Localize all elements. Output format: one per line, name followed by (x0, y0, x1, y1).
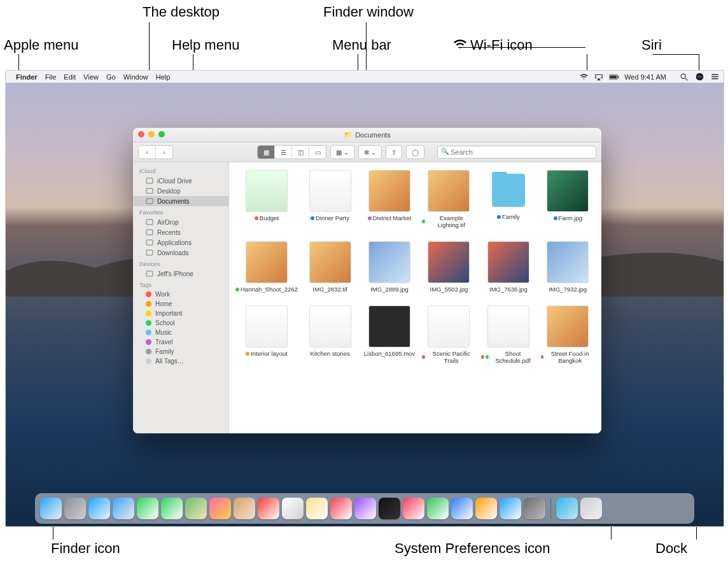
sidebar-item-family[interactable]: Family (133, 347, 228, 356)
dock-facetime-icon[interactable] (137, 498, 158, 519)
dock-music-icon[interactable] (330, 498, 352, 519)
file-item[interactable]: IMG_5502.jpg (422, 241, 476, 293)
menu-bar: Finder FileEditViewGoWindowHelp Wed 9:41… (6, 71, 724, 83)
dock-news-icon[interactable] (403, 498, 424, 519)
minimize-button[interactable] (148, 131, 155, 137)
menu-edit[interactable]: Edit (64, 73, 76, 81)
forward-button[interactable]: › (156, 146, 172, 158)
dock-app-store-icon[interactable] (500, 498, 521, 519)
zoom-button[interactable] (158, 131, 165, 137)
menu-file[interactable]: File (45, 73, 57, 81)
sidebar-item-icloud-drive[interactable]: iCloud Drive (133, 176, 228, 186)
dock-system-preferences-icon[interactable] (524, 498, 545, 519)
sidebar-item-jeff-s-iphone[interactable]: Jeff's iPhone (133, 269, 228, 279)
file-thumbnail (428, 170, 470, 212)
airplay-icon[interactable] (594, 73, 604, 81)
app-menu[interactable]: Finder (16, 73, 38, 81)
sidebar-item-important[interactable]: Important (133, 309, 228, 318)
spotlight-icon[interactable] (679, 73, 689, 81)
dock-launchpad-icon[interactable] (64, 498, 86, 519)
file-item[interactable]: Dinner Party (303, 170, 357, 228)
sidebar-item-recents[interactable]: Recents (133, 227, 228, 237)
sidebar-item-home[interactable]: Home (133, 299, 228, 309)
gallery-view-button[interactable]: ▭ (309, 146, 326, 158)
column-view-button[interactable]: ◫ (292, 146, 309, 158)
dock-pages-icon[interactable] (475, 498, 497, 519)
siri-icon[interactable] (694, 73, 704, 81)
file-item[interactable]: Scenic Pacific Trails (422, 305, 476, 364)
file-label-row: IMG_7635.jpg (489, 286, 528, 293)
search-field[interactable] (437, 146, 596, 158)
svg-point-3 (681, 74, 685, 78)
file-item[interactable]: IMG_2832.tif (303, 241, 357, 293)
file-item[interactable]: Example Lighting.tif (422, 170, 476, 228)
sidebar-item-all-tags-[interactable]: All Tags… (133, 356, 228, 366)
file-item[interactable]: Family (481, 170, 535, 228)
callout-desktop: The desktop (143, 4, 220, 20)
file-item[interactable]: IMG_2889.jpg (362, 241, 416, 293)
battery-icon[interactable] (609, 74, 619, 80)
file-item[interactable]: Shoot Schedule.pdf (481, 305, 535, 364)
file-item[interactable]: Farm.jpg (541, 170, 595, 228)
dock-safari-icon[interactable] (88, 498, 110, 519)
dock-reminders-icon[interactable] (282, 498, 304, 519)
file-item[interactable]: IMG_7932.jpg (541, 241, 595, 293)
dock-trash-icon[interactable] (580, 498, 602, 519)
menu-go[interactable]: Go (106, 73, 116, 81)
sidebar-item-downloads[interactable]: Downloads (133, 248, 228, 258)
dock[interactable] (35, 493, 694, 524)
menubar-clock[interactable]: Wed 9:41 AM (624, 73, 666, 81)
tags-button[interactable]: ◯ (406, 145, 424, 159)
file-item[interactable]: Budget (235, 170, 298, 228)
finder-window[interactable]: 📁 Documents ‹ › ▦ ☰ ◫ ▭ ▦ ⌄ ✻ ⌄ ⇧ ◯ i (133, 128, 601, 433)
wifi-icon[interactable] (578, 73, 589, 80)
sidebar-item-desktop[interactable]: Desktop (133, 186, 228, 196)
dock-maps-icon[interactable] (185, 498, 207, 519)
dock-calendar-icon[interactable] (258, 498, 279, 519)
close-button[interactable] (138, 131, 144, 137)
finder-content[interactable]: BudgetDinner PartyDistrict MarketExample… (229, 162, 601, 433)
menu-help[interactable]: Help (156, 73, 171, 81)
desktop[interactable]: Finder FileEditViewGoWindowHelp Wed 9:41… (5, 70, 724, 527)
file-item[interactable]: Hannah_Shoot_2262 (235, 241, 298, 293)
back-button[interactable]: ‹ (139, 146, 156, 158)
action-button[interactable]: ✻ ⌄ (358, 145, 382, 159)
list-view-button[interactable]: ☰ (275, 146, 292, 158)
dock-photos-icon[interactable] (209, 498, 231, 519)
sidebar-item-documents[interactable]: Documents (133, 196, 228, 206)
file-thumbnail (309, 305, 351, 347)
file-item[interactable]: Interior layout (235, 305, 298, 364)
sidebar-item-music[interactable]: Music (133, 328, 228, 337)
menu-view[interactable]: View (83, 73, 99, 81)
dock-mail-icon[interactable] (113, 498, 134, 519)
notification-center-icon[interactable] (710, 73, 720, 80)
dock-finder-icon[interactable] (40, 498, 62, 519)
tag-dot (497, 215, 501, 219)
icon-view-button[interactable]: ▦ (258, 146, 275, 158)
menu-window[interactable]: Window (123, 73, 148, 81)
file-item[interactable]: Street Food in Bangkok (541, 305, 595, 364)
dock-keynote-icon[interactable] (451, 498, 473, 519)
file-item[interactable]: District Market (362, 170, 416, 228)
svg-rect-15 (146, 250, 153, 255)
file-name: IMG_2889.jpg (370, 286, 409, 293)
dock-podcasts-icon[interactable] (354, 498, 376, 519)
dock-messages-icon[interactable] (161, 498, 183, 519)
sidebar-item-applications[interactable]: Applications (133, 237, 228, 248)
dock-downloads-icon[interactable] (556, 498, 578, 519)
dock-tv-icon[interactable] (379, 498, 400, 519)
sidebar-item-school[interactable]: School (133, 318, 228, 328)
sidebar-item-airdrop[interactable]: AirDrop (133, 217, 228, 227)
dock-numbers-icon[interactable] (427, 498, 449, 519)
file-item[interactable]: Kitchen stories (303, 305, 357, 364)
group-button[interactable]: ▦ ⌄ (330, 145, 354, 159)
share-button[interactable]: ⇧ (386, 145, 402, 159)
sidebar-item-travel[interactable]: Travel (133, 337, 228, 347)
file-item[interactable]: IMG_7635.jpg (481, 241, 535, 293)
finder-titlebar[interactable]: 📁 Documents (133, 128, 601, 143)
dock-notes-icon[interactable] (306, 498, 328, 519)
dock-contacts-icon[interactable] (234, 498, 255, 519)
sidebar-item-work[interactable]: Work (133, 290, 228, 299)
file-item[interactable]: Lisbon_61695.mov (362, 305, 416, 364)
search-input[interactable] (437, 146, 596, 158)
